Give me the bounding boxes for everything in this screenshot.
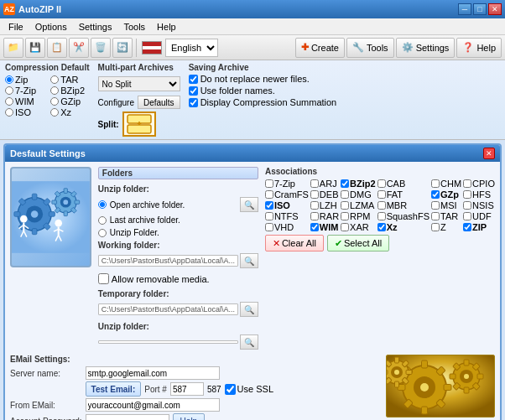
assoc-cab[interactable]: CAB [377,179,430,189]
dialog: Desfault Settings ✕ [3,143,502,420]
settings-button[interactable]: ⚙️ Settings [396,38,456,58]
split-icon [122,111,156,137]
dialog-content: Folders Unzip folder: Open archive folde… [5,162,500,420]
opt-gzip[interactable]: GZip [50,96,89,106]
compression-title: Compression Default [5,63,90,72]
toolbar-refresh[interactable]: 🔄 [112,38,133,58]
assoc-xar[interactable]: XAR [341,222,376,232]
toolbar-new[interactable]: 📁 [3,38,23,58]
split-select[interactable]: No Split [98,76,180,91]
allow-removable[interactable]: Allow removable media. [98,273,258,284]
opt-7zip[interactable]: 7-Zip [5,86,44,96]
assoc-lzh[interactable]: LZH [310,200,339,210]
assoc-cramfs[interactable]: CramFS [265,189,309,200]
assoc-squashfs[interactable]: SquashFS [377,211,430,221]
menu-settings[interactable]: Settings [74,20,117,34]
opt-tar[interactable]: TAR [50,75,89,85]
assoc-arj[interactable]: ARJ [310,179,339,189]
menu-help[interactable]: Help [152,20,181,34]
assoc-vhd[interactable]: VHD [265,222,309,232]
language-select[interactable]: English [165,39,218,57]
assoc-msi[interactable]: MSI [431,200,461,210]
window-controls: ─ □ ✕ [458,3,502,15]
assoc-zip[interactable]: ZIP [463,222,495,232]
maximize-button[interactable]: □ [473,3,487,15]
assoc-udf[interactable]: UDF [463,211,495,221]
server-label: Server name: [10,369,82,378]
associations-section: Associations 7-Zip ARJ BZip2 CAB CHM CPI… [265,167,495,350]
from-email-input[interactable] [86,398,220,412]
assoc-rar[interactable]: RAR [310,211,339,221]
open-archive-option[interactable]: Open archive folder. 🔍 [98,197,258,212]
svg-rect-19 [64,189,67,194]
close-button[interactable]: ✕ [488,3,502,15]
assoc-mbr[interactable]: MBR [377,200,430,210]
assoc-lzma[interactable]: LZMA [341,200,376,210]
help-button[interactable]: ❓ Help [456,38,502,58]
svg-rect-9 [32,229,37,235]
multipart-title: Multi-part Archives [98,63,180,72]
saving-opt-0[interactable]: Do not replace newer files. [189,74,337,84]
assoc-dmg[interactable]: DMG [341,189,376,200]
assoc-nsis[interactable]: NSIS [463,200,495,210]
assoc-wim[interactable]: WIM [310,222,339,232]
toolbar-delete[interactable]: 🗑️ [91,38,111,58]
assoc-hfs[interactable]: HFS [463,189,495,200]
assoc-ntfs[interactable]: NTFS [265,211,309,221]
assoc-xz[interactable]: Xz [377,222,430,232]
menu-file[interactable]: File [3,20,29,34]
browse-btn-1[interactable]: 🔍 [240,197,258,212]
assoc-7zip[interactable]: 7-Zip [265,179,309,189]
svg-rect-43 [422,360,428,368]
port-input[interactable] [170,382,204,396]
menu-bar: File Options Settings Tools Help [0,18,505,35]
browse-btn-3[interactable]: 🔍 [240,302,258,317]
unzip-folder-bottom-label: Unzip folder: [98,322,258,331]
associations-grid: 7-Zip ARJ BZip2 CAB CHM CPIO CramFS DEB … [265,179,495,232]
svg-rect-20 [64,211,67,216]
browse-btn-4[interactable]: 🔍 [240,334,258,350]
assoc-gzp[interactable]: GZp [431,189,461,200]
minimize-button[interactable]: ─ [458,3,471,15]
assoc-iso[interactable]: ISO [265,200,309,210]
opt-xz[interactable]: Xz [50,107,89,117]
assoc-z[interactable]: Z [431,222,461,232]
dialog-top: Folders Unzip folder: Open archive folde… [10,167,495,350]
opt-wim[interactable]: WIM [5,96,44,106]
unzip-path [98,340,238,344]
test-email-button[interactable]: Test Email: [86,381,142,397]
ssl-check[interactable]: Use SSL [225,384,273,395]
unzip-folder-option[interactable]: Unzip Folder. [98,228,258,237]
assoc-fat[interactable]: FAT [377,189,430,200]
assoc-bzip2[interactable]: BZip2 [341,179,376,189]
tools-button[interactable]: 🔧 Tools [346,38,394,58]
last-archive-option[interactable]: Last archive folder. [98,215,258,225]
from-email-label: From EMail: [10,401,82,410]
opt-iso[interactable]: ISO [5,107,44,117]
title-bar-left: AZ AutoZIP II [3,3,61,15]
toolbar-cut[interactable]: ✂️ [69,38,89,58]
toolbar-copy[interactable]: 📋 [47,38,67,58]
menu-options[interactable]: Options [30,20,72,34]
assoc-rpm[interactable]: RPM [341,211,376,221]
folders-title: Folders [98,167,258,179]
dialog-close-button[interactable]: ✕ [483,148,495,159]
opt-zip[interactable]: Zip [5,75,44,85]
select-all-button[interactable]: ✔ Select All [327,235,389,251]
opt-bzip2[interactable]: BZip2 [50,86,89,96]
menu-tools[interactable]: Tools [118,20,150,34]
defaults-button[interactable]: Defaults [138,96,180,109]
assoc-cpio[interactable]: CPIO [463,179,495,189]
assoc-chm[interactable]: CHM [431,179,461,189]
browse-btn-2[interactable]: 🔍 [240,253,258,268]
toolbar-save[interactable]: 💾 [25,38,45,58]
server-input[interactable] [86,366,220,380]
saving-opt-1[interactable]: Use folder names. [189,86,337,96]
saving-opt-2[interactable]: Display Compression Summation [189,97,337,107]
create-button[interactable]: ✚ Create [295,38,345,58]
clear-all-button[interactable]: ✕ Clear All [265,235,324,251]
help-button-email[interactable]: Help [173,413,206,420]
assoc-tar[interactable]: TAR [431,211,461,221]
assoc-deb[interactable]: DEB [310,189,339,200]
password-input[interactable] [86,414,169,420]
